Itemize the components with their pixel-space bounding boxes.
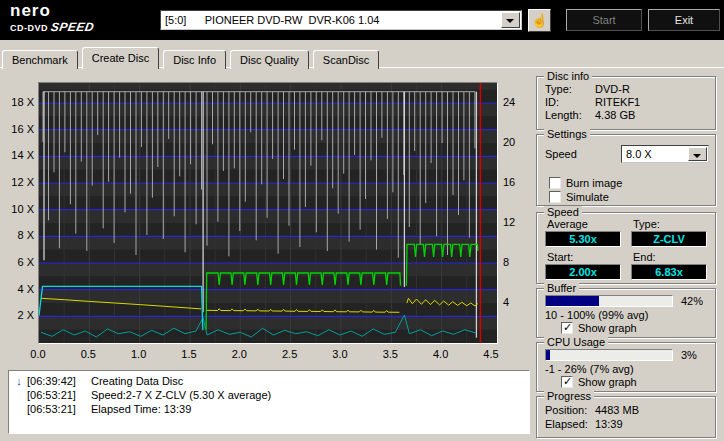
logo-speed-text: SPEED (50, 19, 96, 35)
topbar: nero CD-DVDSPEED [5:0] PIONEER DVD-RW DV… (0, 0, 724, 40)
write-speed-chart: 2 X4 X6 X8 X10 X12 X14 X16 X18 X 4812162… (6, 74, 526, 366)
log-timestamp: [06:53:21] (27, 402, 91, 416)
speed-average-value: 5.30x (545, 231, 621, 247)
axis-tick-label: 20 (503, 136, 527, 148)
nero-logo: nero CD-DVDSPEED (10, 3, 94, 36)
buffer-range: 10 - 100% (99% avg) (545, 309, 648, 322)
logo-cddvd-text: CD-DVD (10, 23, 48, 33)
cpu-bar-fill (546, 350, 550, 360)
axis-tick-label: 4 (503, 296, 527, 308)
speed-select-value: 8.0 X (626, 146, 652, 162)
nero-logo-text: nero (10, 3, 94, 19)
log-line: ↓[06:39:42]Creating Data Disc (11, 374, 527, 388)
tab-disc-info[interactable]: Disc Info (163, 50, 226, 69)
axis-tick-label: 2.0 (227, 348, 251, 360)
buffer-bar (545, 295, 673, 307)
group-title: Buffer (544, 282, 579, 294)
axis-tick-label: 16 (503, 176, 527, 188)
log-message: Elapsed Time: 13:39 (91, 403, 191, 415)
group-title: Disc info (544, 70, 592, 82)
axis-tick-label: 10 X (6, 203, 34, 215)
tab-create-disc[interactable]: Create Disc (82, 47, 159, 69)
axis-tick-label: 14 X (6, 149, 34, 161)
disc-type-label: Type: (545, 83, 572, 96)
axis-tick-label: 4 X (6, 283, 34, 295)
tab-bar: Benchmark Create Disc Disc Info Disc Qua… (2, 47, 380, 69)
axis-tick-label: 24 (503, 96, 527, 108)
burn-image-label: Burn image (566, 177, 622, 190)
drive-selector[interactable]: [5:0] PIONEER DVD-RW DVR-K06 1.04 (160, 10, 522, 30)
progress-position-label: Position: (545, 404, 587, 417)
log-entry-icon: ↓ (11, 374, 27, 388)
speed-type-value: Z-CLV (631, 231, 707, 247)
group-title: Speed (544, 206, 582, 218)
axis-tick-label: 2 X (6, 309, 34, 321)
axis-tick-label: 4.0 (429, 348, 453, 360)
simulate-label: Simulate (566, 191, 609, 204)
chart-plot-area (38, 82, 498, 344)
speed-end-label: End: (633, 251, 656, 264)
speed-type-label: Type: (633, 218, 660, 231)
exit-button[interactable]: Exit (648, 9, 720, 31)
disc-type-value: DVD-R (595, 83, 630, 96)
axis-tick-label: 16 X (6, 123, 34, 135)
tab-disc-quality[interactable]: Disc Quality (230, 50, 309, 69)
axis-tick-label: 4.5 (479, 348, 503, 360)
cpu-show-graph-label: Show graph (578, 376, 637, 389)
axis-tick-label: 12 (503, 216, 527, 228)
speed-select-dropdown-button[interactable] (688, 147, 707, 161)
speed-select[interactable]: 8.0 X (621, 145, 709, 163)
buffer-show-graph-checkbox[interactable] (561, 322, 573, 334)
cpu-usage-group: CPU Usage 3% -1 - 26% (7% avg) Show grap… (536, 342, 716, 392)
axis-tick-label: 0.0 (26, 348, 50, 360)
tab-scandisc[interactable]: ScanDisc (313, 50, 379, 69)
log-line: [06:53:21]Speed:2-7 X Z-CLV (5.30 X aver… (11, 388, 527, 402)
drive-tool-button[interactable]: ☝ (528, 9, 551, 32)
drive-selector-value: [5:0] PIONEER DVD-RW DVR-K06 1.04 (165, 12, 379, 28)
log-message: Speed:2-7 X Z-CLV (5.30 X average) (91, 389, 271, 401)
simulate-checkbox[interactable] (549, 191, 561, 203)
cpu-show-graph-checkbox[interactable] (561, 376, 573, 388)
axis-tick-label: 1.5 (177, 348, 201, 360)
axis-tick-label: 2.5 (278, 348, 302, 360)
disc-info-group: Disc info Type: DVD-R ID: RITEKF1 Length… (536, 76, 716, 130)
drive-selector-dropdown-button[interactable] (501, 12, 520, 28)
axis-tick-label: 1.0 (127, 348, 151, 360)
speed-average-label: Average (547, 218, 588, 231)
chevron-down-icon (506, 19, 514, 23)
cpu-percent: 3% (681, 349, 697, 362)
axis-tick-label: 3.5 (378, 348, 402, 360)
disc-length-label: Length: (545, 109, 582, 122)
hand-icon: ☝ (531, 13, 547, 28)
cpu-range: -1 - 26% (7% avg) (545, 363, 634, 376)
log-timestamp: [06:53:21] (27, 388, 91, 402)
buffer-group: Buffer 42% 10 - 100% (99% avg) Show grap… (536, 288, 716, 338)
status-log[interactable]: ↓[06:39:42]Creating Data Disc [06:53:21]… (8, 370, 530, 434)
group-title: Settings (544, 128, 590, 140)
log-timestamp: [06:39:42] (27, 374, 91, 388)
tab-benchmark[interactable]: Benchmark (2, 50, 78, 69)
log-message: Creating Data Disc (91, 375, 183, 387)
axis-tick-label: 8 (503, 256, 527, 268)
speed-end-value: 6.83x (631, 264, 707, 280)
start-button[interactable]: Start (566, 9, 642, 31)
axis-tick-label: 6 X (6, 256, 34, 268)
log-line: [06:53:21]Elapsed Time: 13:39 (11, 402, 527, 416)
progress-elapsed-value: 13:39 (595, 418, 623, 431)
speed-select-label: Speed (545, 148, 577, 161)
settings-group: Settings Speed 8.0 X Burn image Simulate (536, 134, 716, 206)
progress-elapsed-label: Elapsed: (545, 418, 588, 431)
speed-start-value: 2.00x (545, 264, 621, 280)
axis-tick-label: 0.5 (76, 348, 100, 360)
buffer-show-graph-label: Show graph (578, 322, 637, 335)
buffer-percent: 42% (681, 295, 703, 308)
speed-start-label: Start: (547, 251, 573, 264)
chart-canvas (39, 83, 497, 345)
progress-position-value: 4483 MB (595, 404, 639, 417)
axis-tick-label: 3.0 (328, 348, 352, 360)
speed-group: Speed Average 5.30x Type: Z-CLV Start: 2… (536, 212, 716, 284)
cpu-bar (545, 349, 673, 361)
axis-tick-label: 12 X (6, 176, 34, 188)
nero-cd-dvd-speed-window: nero CD-DVDSPEED [5:0] PIONEER DVD-RW DV… (0, 0, 724, 441)
burn-image-checkbox[interactable] (549, 177, 561, 189)
